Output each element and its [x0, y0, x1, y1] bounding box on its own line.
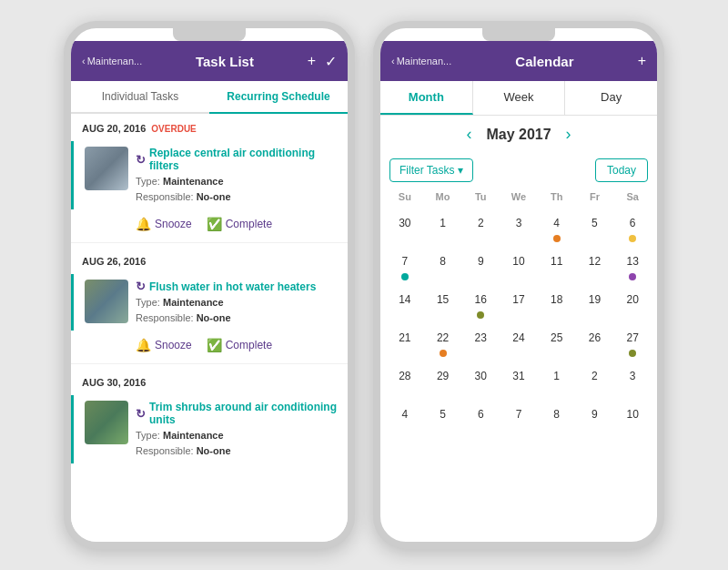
day-number: 26 — [584, 328, 604, 348]
cal-day-1-7[interactable]: 6 — [613, 209, 652, 246]
phone-tasklist: ‹ Maintenan... Task List + ✓ Individual … — [64, 21, 355, 549]
day-number: 8 — [433, 251, 453, 271]
task-thumb-1 — [85, 147, 128, 190]
day-number: 29 — [433, 366, 453, 386]
event-dot — [629, 350, 636, 357]
cal-day-2-1[interactable]: 7 — [386, 248, 424, 284]
tab-recurring[interactable]: Recurring Schedule — [209, 81, 348, 114]
cal-day-4-2[interactable]: 22 — [424, 324, 462, 361]
task-title-3: ↻ Trim shrubs around air conditioning un… — [136, 401, 337, 426]
cal-day-6-7[interactable]: 10 — [613, 401, 652, 437]
tab-day[interactable]: Day — [565, 81, 657, 115]
cal-day-6-4[interactable]: 7 — [500, 401, 538, 437]
cal-day-2-6[interactable]: 12 — [576, 248, 614, 284]
back-button-1[interactable]: ‹ Maintenan... — [82, 56, 142, 66]
cal-day-4-6[interactable]: 26 — [576, 324, 614, 361]
cal-day-4-5[interactable]: 25 — [538, 324, 576, 361]
day-number: 23 — [470, 328, 490, 348]
cal-day-5-7[interactable]: 3 — [613, 362, 652, 399]
cal-day-3-2[interactable]: 15 — [424, 286, 462, 322]
cal-day-5-6[interactable]: 2 — [576, 362, 614, 399]
header-title-2: Calendar — [457, 54, 632, 69]
cal-day-3-7[interactable]: 20 — [613, 286, 652, 322]
cal-day-5-4[interactable]: 31 — [500, 362, 538, 399]
cal-day-2-5[interactable]: 11 — [538, 248, 576, 284]
cal-day-5-5[interactable]: 1 — [538, 362, 576, 399]
cal-day-2-3[interactable]: 9 — [461, 248, 500, 284]
cal-day-2-2[interactable]: 8 — [424, 248, 462, 284]
cal-day-1-3[interactable]: 2 — [461, 209, 500, 246]
cal-day-3-3[interactable]: 16 — [461, 286, 500, 322]
cal-day-3-5[interactable]: 18 — [538, 286, 576, 322]
date-header-2: AUG 26, 2016 — [71, 247, 348, 270]
task-item-2: ↻ Flush water in hot water heaters Type:… — [71, 274, 348, 331]
add-icon-1[interactable]: + — [308, 53, 316, 69]
dow-sa: Sa — [613, 188, 652, 206]
cal-week-1: 30123456 — [386, 209, 652, 246]
cal-day-3-6[interactable]: 19 — [576, 286, 614, 322]
cal-day-4-4[interactable]: 24 — [500, 324, 538, 361]
task-meta-1: Type: Maintenance Responsible: No-one — [136, 174, 337, 204]
snooze-button-2[interactable]: 🔔 Snooze — [136, 338, 192, 352]
dow-tu: Tu — [461, 188, 500, 206]
complete-button-1[interactable]: ✅ Complete — [207, 217, 272, 231]
task-meta-2: Type: Maintenance Responsible: No-one — [136, 295, 337, 325]
tab-week[interactable]: Week — [473, 81, 566, 115]
day-number: 22 — [433, 328, 453, 348]
overdue-badge: OVERDUE — [151, 124, 196, 134]
event-dot — [477, 311, 484, 319]
date-header-1: AUG 20, 2016 OVERDUE — [71, 114, 348, 137]
add-icon-2[interactable]: + — [638, 53, 646, 69]
cal-day-1-4[interactable]: 3 — [500, 209, 538, 246]
next-month-button[interactable]: › — [566, 125, 571, 144]
cal-day-5-1[interactable]: 28 — [386, 362, 424, 399]
task-list-content: AUG 20, 2016 OVERDUE ↻ Replace central a… — [71, 114, 348, 542]
day-number: 21 — [395, 328, 415, 348]
snooze-button-1[interactable]: 🔔 Snooze — [136, 217, 192, 231]
complete-button-2[interactable]: ✅ Complete — [207, 338, 272, 352]
day-number: 10 — [622, 404, 642, 424]
day-number: 17 — [509, 290, 529, 310]
cal-day-1-2[interactable]: 1 — [424, 209, 462, 246]
day-number: 10 — [509, 251, 529, 271]
filter-tasks-button[interactable]: Filter Tasks ▾ — [389, 158, 473, 182]
day-number: 3 — [622, 366, 642, 386]
cal-day-6-3[interactable]: 6 — [461, 401, 500, 437]
dow-row: Su Mo Tu We Th Fr Sa — [386, 188, 652, 206]
cal-day-6-5[interactable]: 8 — [538, 401, 576, 437]
cal-day-4-1[interactable]: 21 — [386, 324, 424, 361]
day-number: 14 — [395, 290, 415, 310]
recurring-icon-1: ↻ — [136, 153, 146, 167]
cal-day-6-2[interactable]: 5 — [424, 401, 462, 437]
day-number: 30 — [395, 213, 415, 233]
cal-day-6-1[interactable]: 4 — [386, 401, 424, 437]
cal-day-3-1[interactable]: 14 — [386, 286, 424, 322]
cal-day-5-2[interactable]: 29 — [424, 362, 462, 399]
today-button[interactable]: Today — [595, 158, 648, 182]
divider-1 — [71, 242, 348, 243]
prev-month-button[interactable]: ‹ — [466, 125, 471, 144]
cal-day-6-6[interactable]: 9 — [576, 401, 614, 437]
cal-day-4-7[interactable]: 27 — [613, 324, 652, 361]
recurring-icon-2: ↻ — [136, 280, 146, 293]
check-icon-1[interactable]: ✓ — [325, 53, 337, 70]
cal-day-2-4[interactable]: 10 — [500, 248, 538, 284]
day-number: 31 — [509, 366, 529, 386]
back-button-2[interactable]: ‹ Maintenan... — [391, 56, 451, 66]
cal-day-1-5[interactable]: 4 — [538, 209, 576, 246]
day-number: 28 — [395, 366, 415, 386]
tab-month[interactable]: Month — [380, 81, 473, 115]
tab-individual[interactable]: Individual Tasks — [71, 81, 209, 114]
cal-day-3-4[interactable]: 17 — [500, 286, 538, 322]
cal-day-1-1[interactable]: 30 — [386, 209, 424, 246]
day-number: 27 — [622, 328, 642, 348]
day-number: 2 — [470, 213, 490, 233]
cal-day-4-3[interactable]: 23 — [461, 324, 500, 361]
cal-day-5-3[interactable]: 30 — [461, 362, 500, 399]
cal-day-2-7[interactable]: 13 — [613, 248, 652, 284]
task-meta-3: Type: Maintenance Responsible: No-one — [136, 428, 337, 458]
day-number: 19 — [584, 290, 604, 310]
event-dot — [440, 350, 447, 357]
day-number: 12 — [584, 251, 604, 271]
cal-day-1-6[interactable]: 5 — [576, 209, 614, 246]
